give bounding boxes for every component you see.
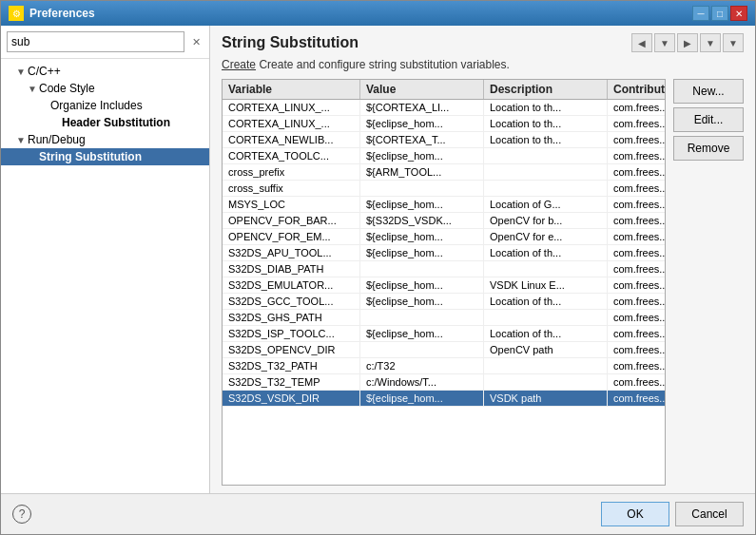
bottom-bar: ? OK Cancel (1, 493, 755, 534)
right-panel: String Substitution ◀ ▼ ▶ ▼ ▼ Create Cre… (210, 26, 755, 493)
cell-contributor: com.frees... (608, 229, 665, 244)
codestyle-arrow: ▼ (28, 84, 39, 94)
cancel-button[interactable]: Cancel (675, 502, 744, 526)
minimize-button[interactable]: ─ (692, 6, 709, 21)
table-row[interactable]: S32DS_APU_TOOL... ${eclipse_hom... Locat… (223, 245, 665, 261)
tree-item-header[interactable]: Header Substitution (1, 114, 209, 131)
table-row[interactable]: S32DS_GHS_PATH com.frees... (223, 310, 665, 326)
cell-variable: S32DS_GHS_PATH (223, 310, 360, 325)
col-description: Description (484, 80, 608, 99)
table-row[interactable]: S32DS_OPENCV_DIR OpenCV path com.frees..… (223, 342, 665, 358)
cell-contributor: com.frees... (608, 213, 665, 228)
table-container: Variable Value Description Contribute...… (222, 79, 666, 486)
tree-item-cc[interactable]: ▼ C/C++ (1, 63, 209, 80)
table-row[interactable]: S32DS_T32_TEMP c:/Windows/T... com.frees… (223, 374, 665, 391)
table-row[interactable]: CORTEXA_LINUX_... ${eclipse_hom... Locat… (223, 116, 665, 132)
edit-button[interactable]: Edit... (673, 107, 744, 132)
tree-item-stringsub-label: String Substitution (39, 150, 142, 163)
tree-item-organize[interactable]: Organize Includes (1, 97, 209, 114)
cell-variable: CORTEXA_LINUX_... (223, 100, 360, 115)
cell-value: ${eclipse_hom... (360, 229, 484, 244)
menu-button[interactable]: ▼ (723, 33, 744, 52)
table-row[interactable]: OPENCV_FOR_EM... ${eclipse_hom... OpenCV… (223, 229, 665, 245)
cell-contributor: com.frees... (608, 326, 665, 341)
forward-button[interactable]: ▶ (677, 33, 698, 52)
cell-description: Location to th... (484, 100, 608, 115)
cell-variable: MSYS_LOC (223, 197, 360, 212)
cell-variable: S32DS_GCC_TOOL... (223, 294, 360, 309)
cell-value: c:/T32 (360, 358, 484, 373)
table-row[interactable]: S32DS_T32_PATH c:/T32 com.frees... (223, 358, 665, 374)
cell-description: Location of G... (484, 197, 608, 212)
cell-contributor: com.frees... (608, 261, 665, 277)
cell-value: ${eclipse_hom... (360, 148, 484, 163)
description-text: Create Create and configure string subst… (222, 58, 744, 71)
cc-arrow: ▼ (16, 67, 28, 77)
table-row[interactable]: cross_prefix ${ARM_TOOL... com.frees... (223, 164, 665, 181)
table-row[interactable]: S32DS_ISP_TOOLC... ${eclipse_hom... Loca… (223, 326, 665, 342)
cell-variable: OPENCV_FOR_EM... (223, 229, 360, 244)
cell-value (360, 310, 484, 325)
table-row[interactable]: S32DS_DIAB_PATH com.frees... (223, 261, 665, 277)
window-title: Preferences (29, 7, 95, 20)
table-row[interactable]: MSYS_LOC ${eclipse_hom... Location of G.… (223, 197, 665, 213)
table-row[interactable]: CORTEXA_TOOLC... ${eclipse_hom... com.fr… (223, 148, 665, 164)
cell-contributor: com.frees... (608, 132, 665, 147)
cell-contributor: com.frees... (608, 391, 665, 406)
remove-button[interactable]: Remove (673, 136, 744, 161)
cell-value: ${eclipse_hom... (360, 116, 484, 131)
cell-variable: S32DS_T32_PATH (223, 358, 360, 373)
cell-contributor: com.frees... (608, 374, 665, 390)
cell-description: Location to th... (484, 116, 608, 131)
cell-value: ${eclipse_hom... (360, 391, 484, 406)
ok-button[interactable]: OK (601, 502, 669, 526)
cell-variable: S32DS_DIAB_PATH (223, 261, 360, 277)
table-row[interactable]: S32DS_GCC_TOOL... ${eclipse_hom... Locat… (223, 294, 665, 310)
cell-variable: S32DS_OPENCV_DIR (223, 342, 360, 357)
back-dropdown-button[interactable]: ▼ (654, 33, 675, 52)
cell-variable: S32DS_APU_TOOL... (223, 245, 360, 260)
search-clear-icon[interactable]: ✕ (188, 36, 204, 48)
page-title: String Substitution (222, 34, 359, 51)
new-button[interactable]: New... (673, 79, 744, 104)
title-buttons: ─ □ ✕ (692, 6, 747, 21)
cell-description: VSDK Linux E... (484, 277, 608, 293)
table-row[interactable]: CORTEXA_LINUX_... ${CORTEXA_LI... Locati… (223, 100, 665, 116)
cell-description: OpenCV for b... (484, 213, 608, 228)
back-button[interactable]: ◀ (631, 33, 652, 52)
cell-description (484, 148, 608, 163)
close-button[interactable]: ✕ (730, 6, 747, 21)
table-row[interactable]: OPENCV_FOR_BAR... ${S32DS_VSDK... OpenCV… (223, 213, 665, 229)
table-scroll[interactable]: CORTEXA_LINUX_... ${CORTEXA_LI... Locati… (223, 100, 665, 485)
table-row[interactable]: S32DS_EMULATOR... ${eclipse_hom... VSDK … (223, 277, 665, 294)
bottom-buttons: OK Cancel (601, 502, 744, 526)
tree-item-stringsub[interactable]: String Substitution (1, 148, 209, 165)
maximize-button[interactable]: □ (711, 6, 728, 21)
content-area: ✕ ▼ C/C++ ▼ Code Style Organize Includes… (1, 26, 755, 493)
col-contributor: Contribute... (608, 80, 666, 99)
cell-description: VSDK path (484, 391, 608, 406)
tree-item-organize-label: Organize Includes (50, 99, 143, 112)
cell-value: ${eclipse_hom... (360, 245, 484, 260)
table-row[interactable]: S32DS_VSDK_DIR ${eclipse_hom... VSDK pat… (223, 391, 665, 407)
cell-description: OpenCV for e... (484, 229, 608, 244)
cell-value: ${eclipse_hom... (360, 326, 484, 341)
table-row[interactable]: CORTEXA_NEWLIB... ${CORTEXA_T... Locatio… (223, 132, 665, 148)
cell-value (360, 181, 484, 196)
tree-item-rundebug[interactable]: ▼ Run/Debug (1, 131, 209, 148)
cell-value: ${CORTEXA_LI... (360, 100, 484, 115)
help-button[interactable]: ? (12, 505, 31, 524)
cell-contributor: com.frees... (608, 181, 665, 196)
table-row[interactable]: cross_suffix com.frees... (223, 181, 665, 197)
cell-value: ${ARM_TOOL... (360, 164, 484, 180)
cell-contributor: com.frees... (608, 358, 665, 373)
tree-area: ▼ C/C++ ▼ Code Style Organize Includes H… (1, 59, 209, 493)
forward-dropdown-button[interactable]: ▼ (700, 33, 721, 52)
cell-contributor: com.frees... (608, 294, 665, 309)
cell-contributor: com.frees... (608, 277, 665, 293)
tree-item-codestyle[interactable]: ▼ Code Style (1, 80, 209, 97)
left-panel: ✕ ▼ C/C++ ▼ Code Style Organize Includes… (1, 26, 210, 493)
cell-contributor: com.frees... (608, 164, 665, 180)
tree-item-cc-label: C/C++ (28, 65, 61, 78)
search-input[interactable] (7, 31, 184, 52)
